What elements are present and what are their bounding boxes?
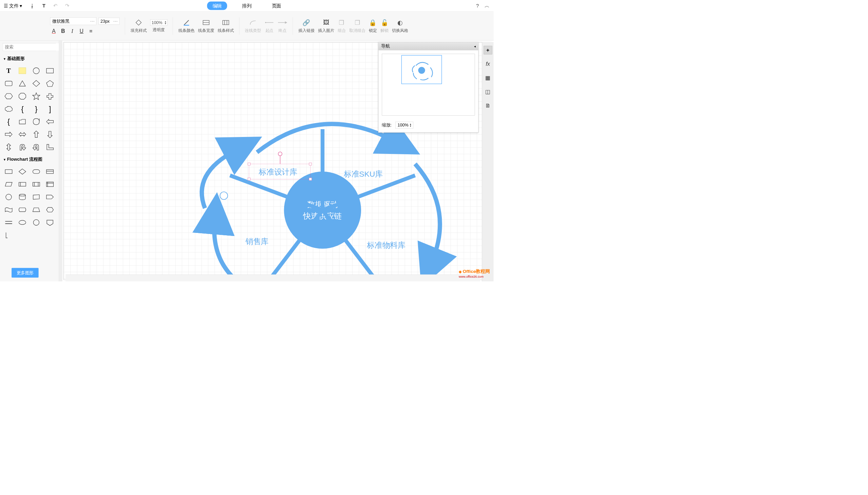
underline-button[interactable]: U [78,27,85,35]
shape-rect[interactable] [44,65,56,76]
formula-icon[interactable]: fx [483,60,492,68]
fshape-2[interactable] [17,166,29,177]
bold-button[interactable]: B [59,27,67,35]
theme-tool[interactable]: ◐切换风格 [392,19,408,33]
shape-note[interactable] [17,65,29,76]
selected-label-box[interactable]: 标准设计库 [249,164,310,179]
shape-cloud[interactable] [3,103,15,114]
grid-toggle-icon[interactable]: ▦ [483,73,492,82]
layers-icon[interactable]: ◫ [483,87,492,96]
fshape-7[interactable] [30,179,42,190]
sidebar-splitter[interactable] [59,40,62,281]
shape-text[interactable]: T [3,65,15,76]
shape-circle[interactable] [30,65,42,76]
fshape-8[interactable] [44,179,56,190]
shape-triangle[interactable] [17,78,29,89]
fshape-5[interactable] [3,179,15,190]
label-sku[interactable]: 标准SKU库 [344,169,383,180]
shape-octagon[interactable] [17,91,29,102]
line-color-tool[interactable]: 线条颜色 [178,19,194,33]
line-style-tool[interactable]: 线条样式 [218,19,234,33]
label-material[interactable]: 标准物料库 [367,240,406,251]
shape-brace2[interactable]: { [3,116,15,127]
shape-arrow-down[interactable] [44,129,56,140]
tab-page[interactable]: 页面 [267,1,287,10]
line-end-tool[interactable]: 终点 [278,19,287,33]
tab-edit[interactable]: 编辑 [207,1,227,10]
category-flowchart[interactable]: Flowchart 流程图 [0,154,59,164]
redo-icon[interactable]: ↷ [65,3,69,9]
align-button[interactable]: ≡ [87,27,95,35]
shape-brace-l[interactable]: { [17,103,29,114]
opacity-tool[interactable]: 100%▴▾透明度 [150,19,168,33]
shape-arrow-right[interactable] [3,129,15,140]
fshape-19[interactable] [30,217,42,228]
fshape-3[interactable] [30,166,42,177]
group-tool[interactable]: ❐组合 [338,19,346,33]
image-tool[interactable]: 🖼插入图片 [318,19,334,33]
ungroup-tool[interactable]: ❐取消组合 [349,19,365,33]
fshape-17[interactable] [3,217,15,228]
page-tabs[interactable] [65,275,480,281]
fill-tool[interactable]: 填充样式 [131,19,147,33]
collapse-icon[interactable]: ︿ [484,2,490,9]
shape-uturn[interactable] [17,142,29,153]
shape-diamond[interactable] [30,78,42,89]
shape-brace-r[interactable]: } [30,103,42,114]
minimap-panel[interactable]: 导航 ◂ 缩放: 100% ▴▾ [378,42,479,133]
minimap-header[interactable]: 导航 ◂ [378,42,478,51]
fshape-4[interactable] [44,166,56,177]
fshape-11[interactable] [30,191,42,202]
category-basic[interactable]: 基础图形 [0,54,59,63]
line-width-tool[interactable]: 线条宽度 [198,19,214,33]
fshape-12[interactable] [44,191,56,202]
fshape-21[interactable] [3,230,15,241]
nav-compass-icon[interactable]: ✦ [483,46,492,54]
undo-icon[interactable]: ↶ [53,3,58,9]
shape-bracket[interactable]: ] [44,103,56,114]
fshape-20[interactable] [44,217,56,228]
lock-tool[interactable]: 🔒锁定 [369,19,377,33]
shape-corner[interactable] [44,142,56,153]
fshape-16[interactable] [44,204,56,215]
tab-arrange[interactable]: 排列 [237,1,257,10]
shape-folder[interactable] [17,116,29,127]
italic-button[interactable]: I [68,27,76,35]
file-menu[interactable]: ☰ 文件 ▾ [4,3,22,9]
shape-arrow-left[interactable] [44,116,56,127]
download-icon[interactable]: ⭳ [30,3,35,9]
line-start-tool[interactable]: 起点 [265,19,274,33]
label-sales[interactable]: 销售库 [245,236,269,247]
shape-hexagon[interactable] [3,91,15,102]
page-icon[interactable]: 🗎 [483,101,492,110]
link-tool[interactable]: 🔗插入链接 [299,19,314,33]
shape-arrow-updown[interactable] [3,142,15,153]
fshape-9[interactable] [3,191,15,202]
font-color-button[interactable]: A [50,27,58,35]
shape-star[interactable] [30,91,42,102]
fshape-1[interactable] [3,166,15,177]
fshape-18[interactable] [17,217,29,228]
shape-arrow-up[interactable] [30,129,42,140]
fshape-13[interactable] [3,204,15,215]
unlock-tool[interactable]: 🔓解锁 [380,19,389,33]
shape-roundrect[interactable] [3,78,15,89]
fshape-10[interactable] [17,191,29,202]
connector-tool[interactable]: 连线类型 [245,19,261,33]
fshape-14[interactable] [17,204,29,215]
font-size-select[interactable]: 23px⋯ [98,18,120,24]
collapse-left-icon[interactable]: ◂ [474,44,476,49]
help-icon[interactable]: ? [476,3,479,9]
search-input[interactable] [3,44,60,51]
shape-pentagon[interactable] [44,78,56,89]
shape-uturn2[interactable] [30,142,42,153]
fshape-15[interactable] [30,204,42,215]
format-painter-icon[interactable]: T [42,3,46,9]
shape-plus[interactable] [44,91,56,102]
more-shapes-button[interactable]: 更多图形 [12,268,39,277]
zoom-input[interactable]: 100% ▴▾ [395,122,413,129]
minimap-view[interactable] [382,54,475,116]
font-family-select[interactable]: 微软雅黑⋯ [50,17,96,25]
fshape-6[interactable] [17,179,29,190]
shape-arrow-bi[interactable] [17,129,29,140]
